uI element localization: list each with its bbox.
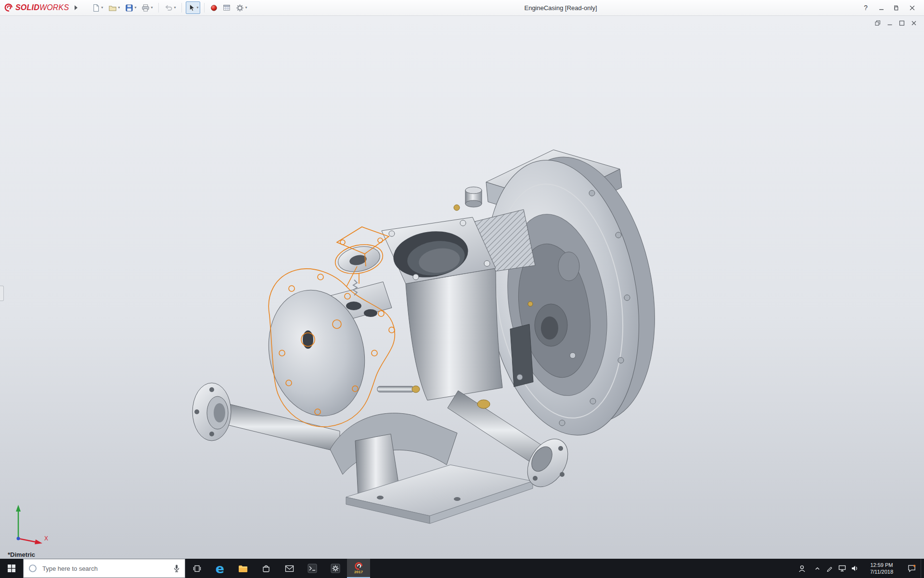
- menu-expand-arrow-icon[interactable]: [75, 5, 77, 10]
- taskbar-search[interactable]: [23, 559, 185, 578]
- restore-icon: [875, 20, 881, 26]
- view-orientation-label: *Dimetric: [8, 551, 35, 558]
- action-center-icon: [908, 565, 916, 572]
- toolbar-separator: [204, 3, 205, 13]
- document-minimize-button[interactable]: [886, 20, 893, 26]
- save-button[interactable]: ▾: [123, 1, 138, 14]
- 3d-viewport-canvas[interactable]: [0, 16, 924, 559]
- titlebar: SOLIDWORKS ▾ ▾ ▾ ▾: [0, 0, 924, 16]
- mail-envelope-icon: [285, 565, 294, 572]
- people-icon: [798, 565, 806, 573]
- network-tray-button[interactable]: [836, 559, 848, 578]
- dropdown-caret-icon[interactable]: ▾: [101, 6, 103, 10]
- task-view-button[interactable]: [185, 559, 208, 578]
- dropdown-caret-icon[interactable]: ▾: [151, 6, 153, 10]
- minimize-button[interactable]: [874, 1, 888, 14]
- dropdown-caret-icon[interactable]: ▾: [196, 6, 198, 10]
- windows-taskbar: e 2017: [0, 559, 924, 578]
- store-button[interactable]: [255, 559, 278, 578]
- cortana-icon: [28, 564, 37, 573]
- x-axis-arrowhead: [35, 539, 42, 544]
- volume-tray-button[interactable]: [848, 559, 861, 578]
- open-folder-icon: [108, 4, 117, 12]
- printer-icon: [141, 4, 150, 12]
- chevron-up-icon: [814, 565, 821, 572]
- task-view-icon: [192, 565, 202, 573]
- search-input[interactable]: [41, 565, 169, 573]
- new-document-icon: [92, 4, 100, 12]
- tray-overflow-button[interactable]: [811, 559, 823, 578]
- table-icon: [223, 4, 231, 12]
- new-document-button[interactable]: ▾: [90, 1, 105, 14]
- minimize-icon: [879, 5, 884, 11]
- show-desktop-button[interactable]: [921, 559, 924, 578]
- file-explorer-button[interactable]: [231, 559, 255, 578]
- help-button[interactable]: ?: [859, 1, 873, 14]
- clock[interactable]: 12:59 PM 7/11/2018: [861, 559, 902, 578]
- graphics-viewport[interactable]: X *Dimetric: [0, 16, 924, 559]
- appearance-button[interactable]: [208, 1, 219, 14]
- window-controls: ?: [859, 1, 924, 14]
- folder-icon: [238, 565, 248, 573]
- microphone-icon[interactable]: [173, 564, 180, 573]
- close-icon: [911, 20, 917, 26]
- start-button[interactable]: [0, 559, 23, 578]
- action-center-button[interactable]: [902, 559, 921, 578]
- command-prompt-button[interactable]: [301, 559, 324, 578]
- quick-access-toolbar: ▾ ▾ ▾ ▾ ▾: [90, 1, 249, 14]
- document-window-controls: [874, 20, 917, 26]
- windows-logo-icon: [7, 564, 16, 573]
- pen-tray-button[interactable]: [823, 559, 836, 578]
- clock-date: 7/11/2018: [870, 568, 893, 575]
- restore-button[interactable]: [889, 1, 904, 14]
- close-button[interactable]: [905, 1, 919, 14]
- undo-button[interactable]: ▾: [163, 1, 178, 14]
- toolbar-separator: [158, 3, 159, 13]
- solidworks-app-button[interactable]: 2017: [347, 559, 370, 578]
- document-close-button[interactable]: [911, 20, 917, 26]
- dropdown-caret-icon[interactable]: ▾: [118, 6, 120, 10]
- maximize-icon: [899, 20, 905, 26]
- feature-manager-collapsed-tab[interactable]: [0, 286, 4, 301]
- settings-gear-icon: [331, 564, 340, 573]
- clock-time: 12:59 PM: [870, 562, 893, 568]
- undo-arrow-icon: [165, 4, 173, 12]
- document-restore-button[interactable]: [874, 20, 881, 26]
- cylinder-block[interactable]: [406, 268, 502, 400]
- gear-icon: [236, 4, 244, 12]
- restore-icon: [894, 5, 899, 11]
- x-axis-arrow: [18, 539, 38, 542]
- edge-browser-button[interactable]: e: [208, 559, 231, 578]
- pen-icon: [826, 565, 833, 572]
- dropdown-caret-icon[interactable]: ▾: [245, 6, 247, 10]
- close-icon: [910, 5, 915, 11]
- minimize-icon: [887, 20, 893, 26]
- select-cursor-icon: [188, 4, 195, 12]
- open-button[interactable]: ▾: [106, 1, 122, 14]
- select-tool-button[interactable]: ▾: [186, 1, 200, 14]
- window-title: EngineCasing [Read-only]: [524, 0, 597, 16]
- save-floppy-icon: [125, 4, 133, 12]
- document-maximize-button[interactable]: [898, 20, 905, 26]
- settings-button[interactable]: [324, 559, 347, 578]
- solidworks-logo-icon: [4, 3, 13, 13]
- solidworks-brand[interactable]: SOLIDWORKS: [0, 3, 71, 13]
- system-tray: 12:59 PM 7/11/2018: [793, 559, 924, 578]
- solidworks-year-badge: 2017: [354, 570, 363, 574]
- print-button[interactable]: ▾: [140, 1, 154, 14]
- edge-icon: e: [216, 562, 224, 575]
- dropdown-caret-icon[interactable]: ▾: [134, 6, 136, 10]
- mail-button[interactable]: [278, 559, 301, 578]
- dropdown-caret-icon[interactable]: ▾: [174, 6, 176, 10]
- people-button[interactable]: [793, 559, 811, 578]
- design-table-button[interactable]: [221, 1, 232, 14]
- brand-wordmark: SOLIDWORKS: [15, 3, 69, 12]
- z-axis-dot: [17, 537, 20, 540]
- reference-triad[interactable]: X: [11, 500, 52, 546]
- network-icon: [838, 565, 846, 572]
- y-axis-arrowhead: [16, 505, 21, 512]
- volume-icon: [851, 565, 859, 572]
- options-button[interactable]: ▾: [234, 1, 249, 14]
- toolbar-separator: [181, 3, 182, 13]
- red-sphere-icon: [210, 4, 218, 12]
